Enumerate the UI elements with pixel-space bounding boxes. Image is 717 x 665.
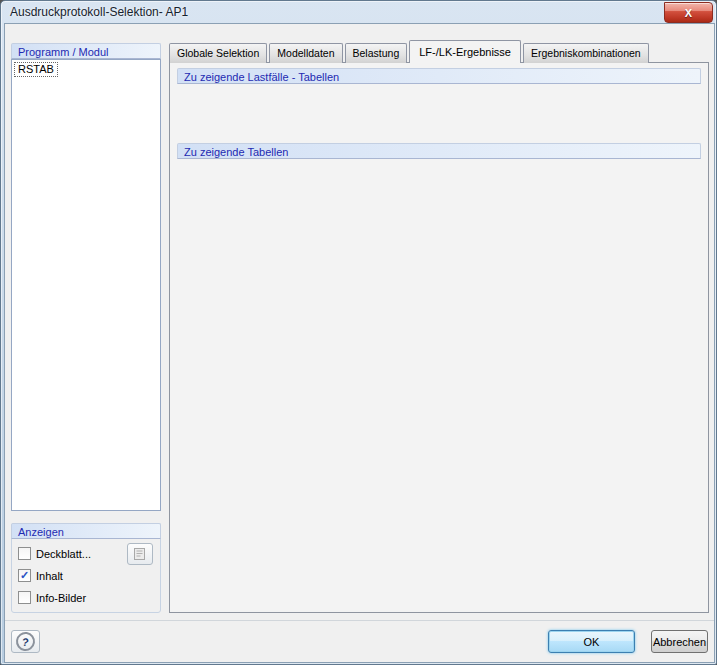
title-bar[interactable]: Ausdruckprotokoll-Selektion- AP1 <box>1 1 716 23</box>
tab-belastung[interactable]: Belastung <box>345 43 408 63</box>
tab-globale-selektion[interactable]: Globale Selektion <box>169 43 267 63</box>
info-bilder-checkbox[interactable] <box>18 591 31 604</box>
list-item-rstab[interactable]: RSTAB <box>14 62 58 77</box>
dialog-window: Ausdruckprotokoll-Selektion- AP1 X Progr… <box>0 0 717 665</box>
tab-modelldaten[interactable]: Modelldaten <box>269 43 342 63</box>
check-icon: ✓ <box>20 570 29 581</box>
tab-lf-lk-ergebnisse[interactable]: LF-/LK-Ergebnisse <box>409 40 521 63</box>
inhalt-checkbox[interactable]: ✓ <box>18 569 31 582</box>
ok-button[interactable]: OK <box>548 630 635 653</box>
inhalt-label[interactable]: Inhalt <box>36 569 63 583</box>
cover-sheet-icon <box>132 547 148 561</box>
lastfaelle-header: Zu zeigende Lastfälle - Tabellen <box>177 68 701 84</box>
program-module-header: Programm / Modul <box>11 43 161 59</box>
tab-ergebniskombinationen[interactable]: Ergebniskombinationen <box>523 43 649 63</box>
cancel-button[interactable]: Abbrechen <box>651 630 708 653</box>
footer-separator <box>5 620 714 621</box>
close-icon: X <box>685 7 692 19</box>
info-bilder-label[interactable]: Info-Bilder <box>36 591 86 605</box>
window-title: Ausdruckprotokoll-Selektion- AP1 <box>10 5 188 19</box>
program-module-list[interactable]: RSTAB <box>11 59 161 511</box>
tab-strip: Globale Selektion Modelldaten Belastung … <box>169 40 709 63</box>
tabellen-header: Zu zeigende Tabellen <box>177 143 701 159</box>
help-icon: ? <box>15 631 36 652</box>
close-button[interactable]: X <box>664 2 713 23</box>
deckblatt-edit-button[interactable] <box>127 543 153 565</box>
help-button[interactable]: ? <box>11 630 40 653</box>
anzeigen-header: Anzeigen <box>11 523 161 539</box>
deckblatt-checkbox[interactable] <box>18 547 31 560</box>
deckblatt-label[interactable]: Deckblatt... <box>36 547 91 561</box>
